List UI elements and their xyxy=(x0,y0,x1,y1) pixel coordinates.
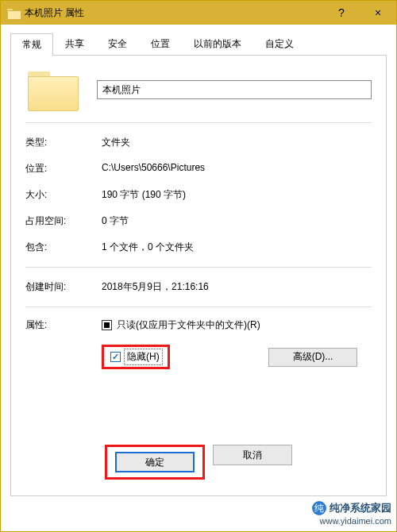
ok-button[interactable]: 确定 xyxy=(115,452,195,472)
tab-4[interactable]: 以前的版本 xyxy=(182,33,253,55)
highlight-hidden: 隐藏(H) xyxy=(102,345,170,369)
close-button[interactable]: × xyxy=(360,1,396,25)
label-diskspace: 占用空间: xyxy=(25,214,102,228)
label-location: 位置: xyxy=(25,162,102,175)
separator xyxy=(25,122,372,123)
row-location: 位置: C:\Users\50666\Pictures xyxy=(25,162,372,175)
value-attributes: 只读(仅应用于文件夹中的文件)(R) xyxy=(102,318,372,332)
row-contains: 包含: 1 个文件，0 个文件夹 xyxy=(25,241,372,254)
hidden-label: 隐藏(H) xyxy=(125,350,161,364)
tab-strip: 常规共享安全位置以前的版本自定义 xyxy=(10,33,387,56)
dialog-buttons: 确定 取消 xyxy=(11,445,386,480)
readonly-label: 只读(仅应用于文件夹中的文件)(R) xyxy=(117,318,260,332)
label-type: 类型: xyxy=(25,136,102,149)
value-location: C:\Users\50666\Pictures xyxy=(102,162,372,175)
folder-large-icon xyxy=(25,68,81,111)
highlight-ok: 确定 xyxy=(105,445,205,480)
label-contains: 包含: xyxy=(25,241,102,254)
label-attributes: 属性: xyxy=(25,318,102,332)
name-row xyxy=(25,68,372,111)
content-area: 常规共享安全位置以前的版本自定义 类型: 文件夹 位置: C:\Users\50… xyxy=(1,25,396,506)
advanced-button[interactable]: 高级(D)... xyxy=(268,348,357,367)
row-type: 类型: 文件夹 xyxy=(25,136,372,149)
icon-column xyxy=(25,68,97,111)
folder-name-input[interactable] xyxy=(97,80,372,99)
tab-5[interactable]: 自定义 xyxy=(253,33,306,55)
watermark-line2: www.yidaimei.com xyxy=(312,515,391,526)
value-diskspace: 0 字节 xyxy=(102,214,372,228)
cancel-button[interactable]: 取消 xyxy=(213,445,292,465)
row-attributes: 属性: 只读(仅应用于文件夹中的文件)(R) xyxy=(25,318,372,332)
folder-icon xyxy=(7,7,20,18)
tab-3[interactable]: 位置 xyxy=(139,33,182,55)
help-button[interactable]: ? xyxy=(323,1,360,25)
tab-2[interactable]: 安全 xyxy=(96,33,139,55)
readonly-checkbox[interactable] xyxy=(102,320,112,330)
tab-panel-general: 类型: 文件夹 位置: C:\Users\50666\Pictures 大小: … xyxy=(10,56,387,496)
window-title: 本机照片 属性 xyxy=(25,6,84,20)
tab-0[interactable]: 常规 xyxy=(10,33,53,56)
row-hidden: 隐藏(H) 高级(D)... xyxy=(102,345,372,369)
value-contains: 1 个文件，0 个文件夹 xyxy=(102,241,372,254)
separator xyxy=(25,267,372,268)
titlebar-buttons: ? × xyxy=(323,1,396,25)
row-size: 大小: 190 字节 (190 字节) xyxy=(25,188,372,202)
value-type: 文件夹 xyxy=(102,136,372,149)
label-size: 大小: xyxy=(25,188,102,202)
tab-1[interactable]: 共享 xyxy=(53,33,96,55)
row-created: 创建时间: 2018年5月9日，21:16:16 xyxy=(25,280,372,294)
value-size: 190 字节 (190 字节) xyxy=(102,188,372,202)
value-created: 2018年5月9日，21:16:16 xyxy=(102,280,372,294)
hidden-checkbox[interactable] xyxy=(110,352,121,362)
separator xyxy=(25,306,372,307)
titlebar: 本机照片 属性 ? × xyxy=(1,1,396,25)
row-diskspace: 占用空间: 0 字节 xyxy=(25,214,372,228)
properties-window: 本机照片 属性 ? × 常规共享安全位置以前的版本自定义 类型: 文件夹 位置:… xyxy=(0,0,397,532)
label-created: 创建时间: xyxy=(25,280,102,294)
